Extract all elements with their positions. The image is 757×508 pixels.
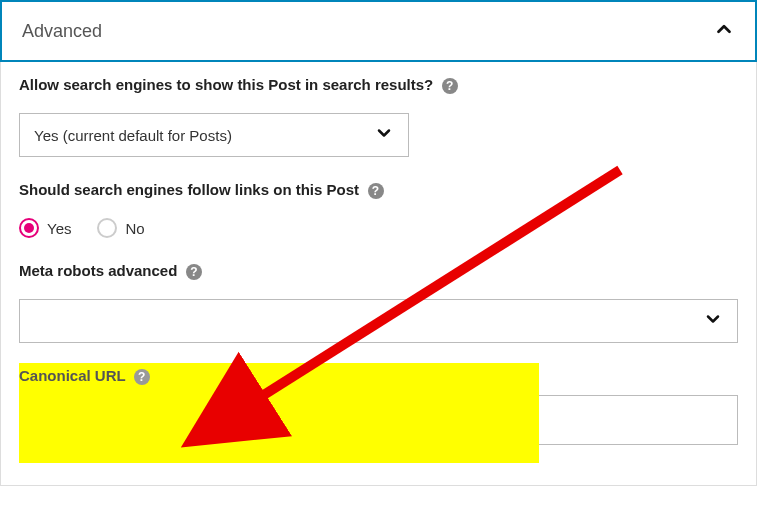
search-results-label: Allow search engines to show this Post i… (19, 76, 433, 93)
help-icon[interactable]: ? (186, 264, 202, 280)
advanced-accordion-header[interactable]: Advanced (0, 0, 757, 62)
follow-links-radio-yes[interactable]: Yes (19, 218, 71, 238)
search-results-field: Allow search engines to show this Post i… (19, 76, 738, 157)
follow-links-radio-no[interactable]: No (97, 218, 144, 238)
chevron-down-icon (374, 123, 394, 147)
radio-unchecked-icon (97, 218, 117, 238)
meta-robots-label: Meta robots advanced (19, 262, 177, 279)
help-icon[interactable]: ? (442, 78, 458, 94)
radio-yes-label: Yes (47, 220, 71, 237)
follow-links-field: Should search engines follow links on th… (19, 181, 738, 238)
canonical-url-field: Canonical URL ? (19, 367, 738, 445)
radio-no-label: No (125, 220, 144, 237)
chevron-down-icon (703, 309, 723, 333)
chevron-up-icon (713, 18, 735, 44)
radio-checked-icon (19, 218, 39, 238)
search-results-value: Yes (current default for Posts) (34, 127, 232, 144)
meta-robots-select[interactable] (19, 299, 738, 343)
help-icon[interactable]: ? (368, 183, 384, 199)
follow-links-label: Should search engines follow links on th… (19, 181, 359, 198)
help-icon[interactable]: ? (134, 369, 150, 385)
accordion-title: Advanced (22, 21, 102, 42)
canonical-url-label: Canonical URL ? (19, 367, 150, 385)
search-results-select[interactable]: Yes (current default for Posts) (19, 113, 409, 157)
meta-robots-field: Meta robots advanced ? (19, 262, 738, 343)
